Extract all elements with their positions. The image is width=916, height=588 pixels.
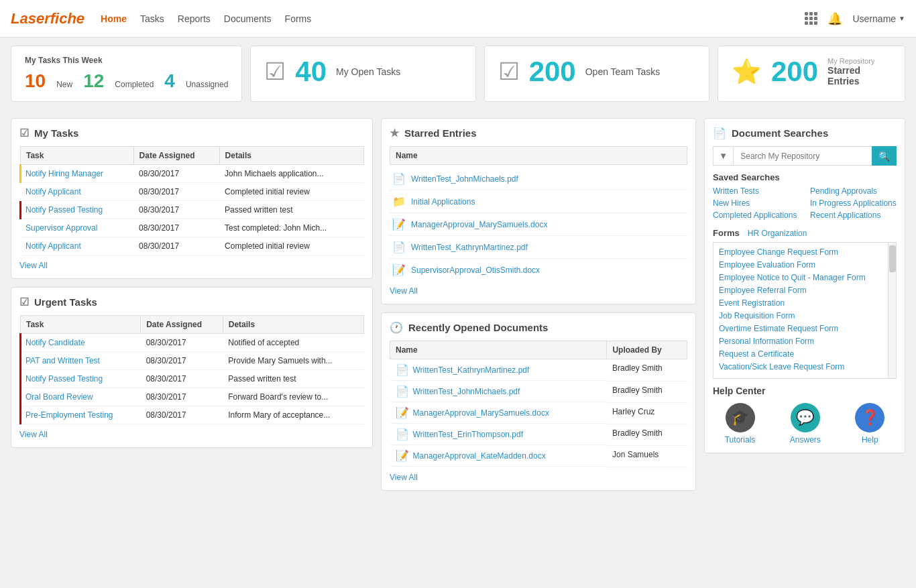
date-cell: 08/30/2017	[133, 219, 219, 237]
document-searches-card: 📄 Document Searches ▼ 🔍 Saved Searches W…	[704, 118, 905, 453]
table-row: 📄WrittenTest_ErinThompson.pdf Bradley Sm…	[390, 424, 687, 445]
table-row: 📄WrittenTest_KathrynMartinez.pdf Bradley…	[390, 359, 687, 381]
form-link[interactable]: Personal Information Form	[719, 337, 814, 346]
forms-section: Forms HR Organization Employee Change Re…	[713, 228, 897, 379]
help-item[interactable]: 🎓 Tutorials	[725, 403, 756, 445]
navbar-right: 🔔 Username	[805, 11, 906, 26]
urgent-tasks-title: Urgent Tasks	[34, 296, 97, 308]
notification-bell-icon[interactable]: 🔔	[827, 11, 842, 26]
urgent-task-link[interactable]: Oral Board Review	[25, 392, 93, 402]
urgent-task-link[interactable]: Notify Candidate	[25, 338, 85, 347]
list-item: Job Requisition Form	[719, 310, 891, 320]
list-item: Employee Referral Form	[719, 285, 891, 295]
form-link[interactable]: Employee Notice to Quit - Manager Form	[719, 273, 866, 282]
starred-entry-link[interactable]: ManagerApproval_MarySamuels.docx	[411, 220, 547, 229]
urgent-tasks-view-all[interactable]: View All	[19, 430, 48, 439]
doc-link[interactable]: WrittenTest_ErinThompson.pdf	[413, 430, 524, 439]
details-cell: Completed initial review	[219, 237, 363, 255]
uploader-cell: Bradley Smith	[607, 381, 687, 402]
list-item: 📝SupervisorApproval_OtisSmith.docx	[390, 259, 687, 281]
saved-search-link[interactable]: Pending Approvals	[810, 186, 897, 196]
details-cell: Passed written test	[219, 201, 363, 219]
help-icon: 💬	[791, 403, 820, 432]
starred-view-all[interactable]: View All	[390, 286, 418, 296]
form-link[interactable]: Vacation/Sick Leave Request Form	[719, 362, 844, 371]
urgent-tasks-card: ☑ Urgent Tasks Task Date Assigned Detail…	[11, 287, 373, 448]
recently-opened-card: 🕐 Recently Opened Documents Name Uploade…	[381, 312, 696, 491]
saved-search-link[interactable]: Written Tests	[713, 186, 799, 196]
help-item[interactable]: 💬 Answers	[790, 403, 821, 445]
urgent-task-link[interactable]: Pre-Employment Testing	[25, 410, 113, 420]
main-content: ☑ My Tasks Task Date Assigned Details No…	[0, 110, 916, 499]
form-link[interactable]: Employee Referral Form	[719, 286, 807, 295]
starred-entry-link[interactable]: WrittenTest_KathrynMartinez.pdf	[411, 243, 528, 252]
saved-search-link[interactable]: Completed Applications	[713, 211, 799, 220]
form-link[interactable]: Event Registration	[719, 298, 785, 308]
task-link[interactable]: Notify Applicant	[25, 187, 81, 196]
doc-name-cell: 📝ManagerApproval_KateMadden.docx	[390, 445, 607, 467]
search-input[interactable]	[733, 146, 872, 166]
nav-reports[interactable]: Reports	[178, 13, 211, 24]
task-link[interactable]: Notify Applicant	[25, 241, 81, 251]
recently-opened-view-all[interactable]: View All	[390, 473, 418, 482]
form-link[interactable]: Employee Change Request Form	[719, 247, 838, 257]
list-item: Overtime Estimate Request Form	[719, 323, 891, 333]
help-label: Help	[862, 435, 878, 445]
search-button[interactable]: 🔍	[872, 146, 897, 166]
details-cell: John Michaels application...	[219, 165, 363, 183]
username-menu[interactable]: Username	[853, 13, 906, 24]
form-link[interactable]: Overtime Estimate Request Form	[719, 324, 838, 333]
scrollbar-thumb[interactable]	[889, 245, 896, 272]
urgent-task-link[interactable]: PAT and Written Test	[25, 356, 100, 365]
starred-name-header: Name	[390, 146, 687, 165]
list-item: Event Registration	[719, 298, 891, 308]
uploader-cell: Bradley Smith	[607, 359, 687, 381]
details-cell: Forward Board's review to...	[223, 388, 363, 406]
starred-entry-link[interactable]: Initial Applications	[411, 197, 475, 207]
starred-entry-link[interactable]: SupervisorApproval_OtisSmith.docx	[411, 266, 540, 275]
new-count: 10	[25, 70, 46, 92]
doc-link[interactable]: WrittenTest_KathrynMartinez.pdf	[413, 365, 530, 375]
saved-search-link[interactable]: New Hires	[713, 198, 799, 208]
forms-org-link[interactable]: HR Organization	[748, 229, 807, 238]
form-link[interactable]: Employee Evaluation Form	[719, 260, 815, 270]
table-row: 📝ManagerApproval_MarySamuels.docx Harley…	[390, 402, 687, 424]
nav-tasks[interactable]: Tasks	[140, 13, 164, 24]
task-link[interactable]: Supervisor Approval	[25, 223, 97, 233]
date-cell: 08/30/2017	[133, 201, 219, 219]
doc-link[interactable]: WrittenTest_JohnMichaels.pdf	[413, 387, 520, 396]
doc-link[interactable]: ManagerApproval_KateMadden.docx	[413, 451, 546, 461]
task-link[interactable]: Notify Hiring Manager	[25, 169, 103, 178]
nav-documents[interactable]: Documents	[224, 13, 272, 24]
team-tasks-card: ☑ 200 Open Team Tasks	[484, 46, 709, 102]
my-tasks-view-all[interactable]: View All	[19, 261, 48, 270]
saved-search-link[interactable]: In Progress Applications	[810, 198, 897, 208]
starred-entry-link[interactable]: WrittenTest_JohnMichaels.pdf	[411, 174, 518, 184]
apps-grid-icon[interactable]	[805, 12, 817, 25]
uploader-cell: Harley Cruz	[607, 402, 687, 424]
nav-home[interactable]: Home	[101, 13, 127, 24]
search-box: ▼ 🔍	[713, 146, 897, 166]
task-link[interactable]: Notify Passed Testing	[25, 205, 103, 215]
search-filter-button[interactable]: ▼	[713, 146, 733, 166]
col-date: Date Assigned	[133, 147, 219, 165]
list-item: Employee Notice to Quit - Manager Form	[719, 272, 891, 282]
urgent-task-link[interactable]: Notify Passed Testing	[25, 374, 103, 384]
form-link[interactable]: Job Requisition Form	[719, 311, 795, 320]
form-link[interactable]: Request a Certificate	[719, 349, 794, 359]
doc-name-cell: 📄WrittenTest_KathrynMartinez.pdf	[390, 359, 607, 381]
list-item: Personal Information Form	[719, 336, 891, 346]
table-row: Notify Hiring Manager 08/30/2017 John Mi…	[21, 165, 364, 183]
doc-link[interactable]: ManagerApproval_MarySamuels.docx	[413, 408, 549, 418]
my-tasks-card: ☑ My Tasks Task Date Assigned Details No…	[11, 118, 373, 279]
open-tasks-label: My Open Tasks	[336, 66, 400, 77]
date-cell: 08/30/2017	[133, 237, 219, 255]
help-item[interactable]: ❓ Help	[855, 403, 884, 445]
forms-list: Employee Change Request FormEmployee Eva…	[713, 243, 896, 378]
urgent-tasks-table: Task Date Assigned Details Notify Candid…	[19, 315, 364, 424]
list-item: Request a Certificate	[719, 349, 891, 359]
docx-icon: 📝	[396, 406, 409, 419]
recently-opened-title: Recently Opened Documents	[408, 322, 548, 333]
nav-forms[interactable]: Forms	[285, 13, 312, 24]
saved-search-link[interactable]: Recent Applications	[810, 211, 897, 220]
